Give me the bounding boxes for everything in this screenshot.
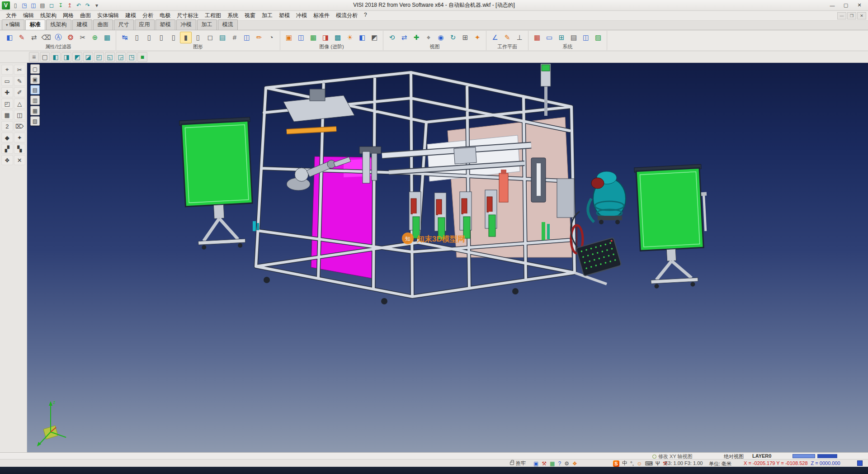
rectangle-icon[interactable]: ▭ <box>1 76 13 86</box>
split-view-icon[interactable]: ◫ <box>14 110 26 120</box>
menu-flow-analysis[interactable]: 模流分析 <box>333 10 361 21</box>
view-iso-se-icon[interactable]: ◲ <box>116 52 126 62</box>
refresh-view-icon[interactable]: ↻ <box>447 32 459 43</box>
snapshot-view-icon[interactable]: ◧ <box>356 32 368 43</box>
sogou-logo-icon[interactable]: S <box>613 460 619 467</box>
layer-color-ch[interactable] <box>793 454 815 458</box>
tab-wireframe[interactable]: 线架构 <box>46 19 71 30</box>
shape-swap-icon[interactable]: ↹ <box>119 32 131 43</box>
attr-paint-icon[interactable]: ✎ <box>16 32 28 43</box>
shading-icon[interactable]: ▦ <box>307 32 319 43</box>
rotate-view-icon[interactable]: ⟲ <box>386 32 398 43</box>
view-plane-icon[interactable]: ▢ <box>40 52 50 62</box>
stereo-icon[interactable]: ◨ <box>320 32 331 43</box>
hatch-right-icon[interactable]: ▞ <box>1 144 13 154</box>
ime-punct-icon[interactable]: °, <box>630 460 634 467</box>
export-icon[interactable]: ↥ <box>66 1 74 9</box>
ime-mic-icon[interactable]: Ψ <box>656 460 660 467</box>
help-badge-icon[interactable]: ? <box>558 460 561 467</box>
layer-color-chip-dark[interactable] <box>817 454 837 458</box>
attr-swap-icon[interactable]: ⇄ <box>28 32 40 43</box>
view-bottom-cube-icon[interactable]: ◪ <box>83 52 93 62</box>
attr-layer-filter-icon[interactable]: ▦ <box>101 32 113 43</box>
active-layer-label[interactable]: LAYER0 <box>752 453 771 459</box>
workplane-angle-icon[interactable]: ∠ <box>489 32 501 43</box>
trim-icon[interactable]: ✂ <box>14 65 26 75</box>
grid-icon[interactable]: ▦ <box>1 110 13 120</box>
mdi-close-button[interactable]: ✕ <box>857 12 866 19</box>
redo-icon[interactable]: ↷ <box>84 1 92 9</box>
sketch-icon[interactable]: ✎ <box>14 76 26 86</box>
view-outline-icon[interactable]: ▧ <box>30 116 40 126</box>
repair-icon[interactable]: ⚒ <box>542 460 547 467</box>
viewport-3d[interactable]: 知 知末3D模型网 z <box>27 63 868 452</box>
view-wireframe-icon[interactable]: ▣ <box>30 75 40 84</box>
open-file-icon[interactable]: ◳ <box>20 1 28 9</box>
tab-application[interactable]: 应用 <box>135 19 155 30</box>
tab-mould[interactable]: 塑模 <box>156 19 175 30</box>
preview-icon[interactable]: ◻ <box>47 1 56 9</box>
display-icon[interactable]: ◫ <box>580 32 592 43</box>
color-table-icon[interactable]: ▦ <box>531 32 543 43</box>
view-hidden-line-icon[interactable]: ▤ <box>30 85 40 95</box>
save-icon[interactable]: ◫ <box>29 1 38 9</box>
menu-window[interactable]: 视窗 <box>241 10 259 21</box>
background-icon[interactable]: ◩ <box>368 32 380 43</box>
lattice-icon[interactable]: # <box>229 32 241 43</box>
monitor-icon[interactable]: ▭ <box>543 32 555 43</box>
menu-machining[interactable]: 加工 <box>259 10 276 21</box>
pan-view-icon[interactable]: ⇄ <box>398 32 410 43</box>
star-icon[interactable]: ✦ <box>14 133 26 142</box>
grid-toggle-icon[interactable]: ▦ <box>550 460 555 467</box>
attr-palette-icon[interactable]: ❂ <box>65 32 76 43</box>
render-icon[interactable]: ▣ <box>283 32 295 43</box>
light-icon[interactable]: ☀ <box>344 32 356 43</box>
bounds-icon[interactable]: ◰ <box>1 99 13 109</box>
calculator-icon[interactable]: ▤ <box>568 32 580 43</box>
menu-help[interactable]: ? <box>361 10 370 21</box>
view-shaded-cube-icon[interactable]: ■ <box>137 52 147 62</box>
zoom-fit-icon[interactable]: ✚ <box>410 32 422 43</box>
attr-add-filter-icon[interactable]: ⊕ <box>89 32 101 43</box>
tab-dimension[interactable]: 尺寸 <box>114 19 134 30</box>
palette-icon[interactable]: ❖ <box>572 460 577 467</box>
texture-icon[interactable]: ◫ <box>295 32 307 43</box>
new-file-icon[interactable]: ▯ <box>11 1 19 9</box>
ime-emoji-icon[interactable]: ☺ <box>637 460 642 467</box>
workplane-normal-icon[interactable]: ⊥ <box>514 32 525 43</box>
move-icon[interactable]: ✚ <box>1 87 13 97</box>
triangle-mesh-icon[interactable]: △ <box>14 99 26 109</box>
view-transparent-icon[interactable]: ▦ <box>30 106 40 115</box>
menu-die[interactable]: 冲模 <box>293 10 310 21</box>
view-iso-ne-icon[interactable]: ◰ <box>94 52 104 62</box>
view-iso-sw-icon[interactable]: ◳ <box>127 52 137 62</box>
ime-lang-icon[interactable]: 中 <box>622 460 627 467</box>
view-shaded-icon[interactable]: ▢ <box>30 64 40 74</box>
attr-cut-icon[interactable]: ✂ <box>77 32 89 43</box>
close-tool-icon[interactable]: ✕ <box>14 155 26 165</box>
menu-mould[interactable]: 塑模 <box>276 10 293 21</box>
center-view-icon[interactable]: ⌖ <box>423 32 434 43</box>
mdi-restore-button[interactable]: ❐ <box>847 12 856 19</box>
mdi-minimize-button[interactable]: — <box>837 12 846 19</box>
customize-icon[interactable]: ▾ <box>93 1 101 9</box>
print-icon[interactable]: ▤ <box>38 1 47 9</box>
snap-origin-icon[interactable]: ⌖ <box>1 65 13 75</box>
solid-sphere-icon[interactable]: ▯ <box>168 32 179 43</box>
diamond-icon[interactable]: ◆ <box>1 133 13 142</box>
attr-erase-icon[interactable]: ⌫ <box>40 32 52 43</box>
menu-standard-parts[interactable]: 标准件 <box>310 10 333 21</box>
target-view-icon[interactable]: ◉ <box>435 32 447 43</box>
view-menu-icon[interactable]: ≡ <box>29 52 39 62</box>
view-right-cube-icon[interactable]: ◨ <box>61 52 71 62</box>
undo-icon[interactable]: ↶ <box>75 1 83 9</box>
import-icon[interactable]: ↧ <box>57 1 65 9</box>
tab-surface[interactable]: 曲面 <box>93 19 113 30</box>
split-icon[interactable]: ◫ <box>241 32 253 43</box>
view-left-cube-icon[interactable]: ◧ <box>51 52 61 62</box>
solid-cone-icon[interactable]: ▯ <box>143 32 155 43</box>
tab-modeling[interactable]: 建模 <box>72 19 92 30</box>
minimize-button[interactable]: — <box>826 1 839 10</box>
mesh-icon[interactable]: ▤ <box>217 32 228 43</box>
workplane-edit-icon[interactable]: ✎ <box>501 32 513 43</box>
